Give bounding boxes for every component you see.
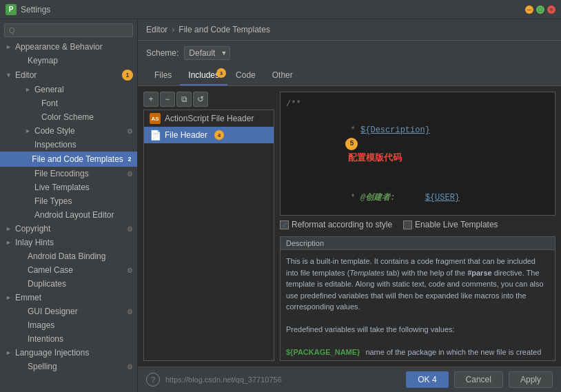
breadcrumb-editor: Editor (146, 25, 167, 34)
window-controls: ─ □ × (525, 6, 555, 14)
tab-files[interactable]: Files (146, 66, 180, 85)
sidebar-label-file-code-templates: File and Code Templates (32, 154, 123, 164)
sidebar-label-copyright: Copyright (15, 224, 50, 234)
settings-icon-copyright: ⚙ (127, 225, 133, 233)
file-header-label: File Header (165, 130, 207, 140)
sidebar-item-file-code-templates[interactable]: File and Code Templates2 (0, 152, 137, 167)
settings-icon-spelling: ⚙ (127, 363, 133, 371)
template-item-actionscript[interactable]: AS ActionScript File Header (144, 110, 274, 127)
badge-file-code-templates: 2 (126, 154, 133, 165)
file-header-badge: 4 (214, 130, 224, 140)
sidebar-label-inspections: Inspections (34, 140, 76, 149)
sidebar-label-images: Images (28, 320, 54, 330)
code-editor[interactable]: /** * ${Description} 5 配置模版代码 * @创建者: ${… (280, 92, 555, 216)
sidebar-item-file-types[interactable]: File Types (0, 194, 137, 208)
reformat-label: Reformat according to style (292, 220, 392, 229)
url-bar: https://blog.csdn.net/qq_37710756 (165, 375, 400, 384)
scheme-select[interactable]: Default Project (184, 46, 230, 60)
live-templates-checkbox[interactable] (403, 220, 412, 229)
code-line-2: * ${Description} 5 配置模版代码 (286, 111, 549, 178)
sidebar-item-inlay-hints[interactable]: Inlay Hints (0, 236, 137, 249)
sidebar-label-duplicates: Duplicates (28, 279, 66, 289)
sidebar-item-general[interactable]: General (0, 83, 137, 96)
sidebar-item-editor[interactable]: Editor1 (0, 68, 137, 83)
sidebar-item-appearance[interactable]: Appearance & Behavior (0, 40, 137, 54)
scheme-label: Scheme: (146, 48, 178, 58)
cancel-button[interactable]: Cancel (454, 371, 503, 388)
sidebar-item-android-data[interactable]: Android Data Binding (0, 249, 137, 263)
add-template-button[interactable]: + (143, 92, 159, 107)
actionscript-label: ActionScript File Header (165, 114, 254, 123)
description-header: Description (280, 237, 555, 250)
sidebar-item-emmet[interactable]: Emmet (0, 291, 137, 305)
sidebar-label-file-encodings: File Encodings (34, 169, 89, 178)
apply-button[interactable]: Apply (509, 371, 553, 388)
code-line-1: /** (286, 98, 549, 111)
annotation-5-badge: 5 (345, 138, 358, 150)
ok-button[interactable]: OK 4 (406, 371, 448, 388)
copy-template-button[interactable]: ⧉ (176, 92, 192, 107)
sidebar-item-file-encodings[interactable]: File Encodings⚙ (0, 167, 137, 180)
description-body: This is a built-in template. It contains… (280, 250, 555, 360)
sidebar-item-inspections[interactable]: Inspections (0, 138, 137, 152)
content-area: Editor › File and Code Templates Scheme:… (138, 19, 561, 392)
app-icon: P (6, 4, 17, 15)
editor-arrow-icon (6, 72, 12, 79)
description-section: Description This is a built-in template.… (280, 236, 555, 361)
sidebar-item-gui-designer[interactable]: GUI Designer⚙ (0, 305, 137, 318)
sidebar-nav: Appearance & BehaviorKeymapEditor1Genera… (0, 40, 137, 373)
tab-includes[interactable]: Includes 3 (180, 66, 227, 85)
sidebar-label-font: Font (41, 99, 58, 108)
sidebar-label-emmet: Emmet (15, 293, 41, 302)
sidebar-item-copyright[interactable]: Copyright⚙ (0, 222, 137, 236)
sidebar-item-images[interactable]: Images (0, 318, 137, 332)
search-input[interactable] (4, 23, 133, 37)
desc-var-1-name: ${PACKAGE_NAME} (286, 347, 360, 358)
sidebar-label-android-data: Android Data Binding (28, 251, 105, 261)
template-item-fileheader[interactable]: 📄 File Header 4 (144, 127, 274, 143)
sidebar-label-android-layout: Android Layout Editor (34, 210, 114, 220)
breadcrumb: Editor › File and Code Templates (138, 19, 561, 41)
sidebar-item-android-layout[interactable]: Android Layout Editor (0, 208, 137, 222)
copyright-arrow-icon (6, 225, 12, 232)
tab-code[interactable]: Code (227, 66, 264, 85)
sidebar-label-keymap: Keymap (28, 56, 58, 65)
help-button[interactable]: ? (146, 373, 160, 386)
sidebar-item-font[interactable]: Font (0, 96, 137, 110)
reset-template-button[interactable]: ↺ (193, 92, 208, 107)
sidebar-item-keymap[interactable]: Keymap (0, 54, 137, 68)
reformat-checkbox[interactable] (280, 220, 289, 229)
sidebar-item-intentions[interactable]: Intentions (0, 332, 137, 346)
options-row: Reformat according to style Enable Live … (280, 216, 555, 234)
close-button[interactable]: × (547, 6, 555, 14)
code-line-3: * @创建者: ${USER} (286, 178, 549, 216)
template-toolbar: + − ⧉ ↺ (143, 92, 274, 107)
sidebar-item-language-injections[interactable]: Language Injections (0, 346, 137, 360)
remove-template-button[interactable]: − (160, 92, 175, 107)
maximize-button[interactable]: □ (536, 6, 544, 14)
live-templates-checkbox-wrap[interactable]: Enable Live Templates (403, 220, 498, 229)
sidebar-item-duplicates[interactable]: Duplicates (0, 277, 137, 291)
annotation-text: 配置模版代码 (345, 152, 402, 163)
sidebar-item-code-style[interactable]: Code Style⚙ (0, 124, 137, 138)
minimize-button[interactable]: ─ (525, 6, 533, 14)
description-text: This is a built-in template. It contains… (286, 256, 549, 313)
inlay-hints-arrow-icon (6, 239, 12, 246)
sidebar-label-code-style: Code Style (34, 126, 75, 136)
window-title: Settings (21, 5, 525, 14)
sidebar-label-language-injections: Language Injections (15, 348, 89, 358)
code-style-arrow-icon (25, 127, 32, 134)
sidebar-label-general: General (34, 85, 64, 94)
sidebar-item-live-templates[interactable]: Live Templates (0, 180, 137, 194)
reformat-checkbox-wrap[interactable]: Reformat according to style (280, 220, 392, 229)
tab-other[interactable]: Other (264, 66, 301, 85)
sidebar-item-color-scheme[interactable]: Color Scheme (0, 110, 137, 124)
sidebar-item-camel-case[interactable]: Camel Case⚙ (0, 263, 137, 277)
bottom-bar: ? https://blog.csdn.net/qq_37710756 OK 4… (138, 367, 561, 392)
settings-icon-code-style: ⚙ (127, 127, 133, 135)
sidebar-label-editor: Editor (15, 70, 37, 80)
code-panel: /** * ${Description} 5 配置模版代码 * @创建者: ${… (280, 92, 555, 361)
emmet-arrow-icon (6, 294, 12, 301)
sidebar-label-color-scheme: Color Scheme (41, 112, 94, 122)
sidebar-item-spelling[interactable]: Spelling⚙ (0, 360, 137, 373)
